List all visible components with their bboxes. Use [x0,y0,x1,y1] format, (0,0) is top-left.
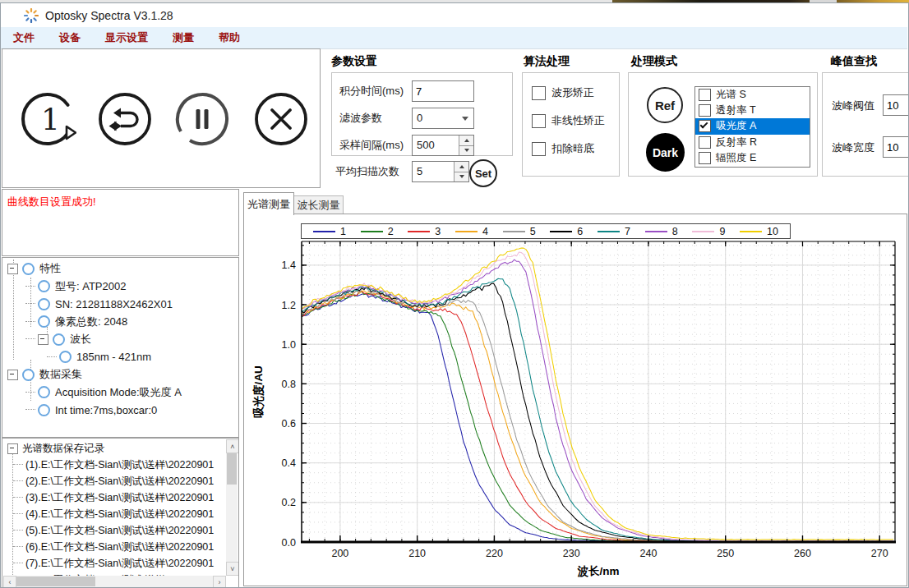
tab-spectrum[interactable]: 光谱测量 [243,192,294,215]
algorithm-option-1[interactable]: 非线性矫正 [532,107,614,135]
menu-item-0[interactable]: 文件 [1,30,47,45]
sample-interval-spinner[interactable]: 500 [412,135,474,156]
checkbox-unchecked[interactable] [532,86,546,100]
svg-text:250: 250 [717,548,734,559]
checkbox-checked[interactable] [699,120,711,132]
sample-interval-value: 500 [417,139,435,151]
spin-down-button[interactable] [454,172,468,182]
spin-up-button[interactable] [454,162,468,172]
checkbox-unchecked[interactable] [699,104,711,117]
filter-param-label: 滤波参数 [339,111,382,126]
algorithm-option-2[interactable]: 扣除暗底 [532,135,614,163]
peak-threshold-input[interactable] [883,94,909,116]
stop-scan-button[interactable] [252,90,310,148]
tree-connector [13,546,23,548]
mode-option-label: 光谱 S [716,88,746,102]
scroll-left-button[interactable]: ‹ [3,576,16,588]
tree-item-2[interactable]: SN: 21281188X2462X01 [7,296,173,311]
record-item-label: (5).E:\工作文档-Sian\测试\送样\20220901 [25,524,214,538]
hscroll-thumb[interactable] [16,577,95,586]
checkbox-unchecked[interactable] [532,142,546,156]
records-root[interactable]: 光谱数据保存记录 [7,441,104,456]
integration-time-input[interactable] [412,80,474,102]
dark-button[interactable]: Dark [646,133,685,172]
continuous-scan-icon [100,94,150,144]
algorithm-option-0[interactable]: 波形矫正 [532,79,614,107]
pause-icon [178,94,227,144]
checkbox-unchecked[interactable] [699,89,711,101]
sample-interval-label: 采样间隔(ms) [339,138,404,153]
tree-expander-icon[interactable] [7,264,18,274]
average-scans-spinner[interactable]: 5 [412,161,469,182]
record-item-1[interactable]: (2).E:\工作文档-Sian\测试\送样\20220901 [13,474,228,489]
record-item-2[interactable]: (3).E:\工作文档-Sian\测试\送样\20220901 [13,490,228,505]
mode-option-2[interactable]: 吸光度 A [695,118,810,134]
records-hscrollbar[interactable]: ‹ › [3,576,226,587]
svg-text:1.4: 1.4 [282,260,296,271]
record-item-4[interactable]: (5).E:\工作文档-Sian\测试\送样\20220901 [13,523,228,538]
records-panel: ˄ ˅ ‹ › 光谱数据保存记录(1).E:\工作文档-Sian\测试\送样\2… [2,438,239,588]
tree-item-label: 型号: ATP2002 [55,279,126,294]
scroll-right-button[interactable]: › [213,576,226,588]
record-item-0[interactable]: (1).E:\工作文档-Sian\测试\送样\20220901 [13,457,228,472]
tree-node-icon [22,369,35,381]
tree-item-4[interactable]: 波长 [7,332,91,347]
record-item-label: (2).E:\工作文档-Sian\测试\送样\20220901 [25,475,214,489]
tree-expander-icon[interactable] [7,370,18,380]
tree-item-label: SN: 21281188X2462X01 [55,298,173,310]
tree-item-8[interactable]: Int time:7ms,boxcar:0 [7,402,157,417]
ref-button[interactable]: Ref [647,87,683,123]
checkbox-unchecked[interactable] [699,136,711,149]
chevron-down-icon[interactable] [462,117,468,121]
tree-connector [25,321,35,323]
filter-param-select[interactable]: 0 [412,108,474,129]
checkbox-unchecked[interactable] [532,114,546,128]
single-scan-button[interactable]: 1 [19,90,76,148]
tree-item-7[interactable]: Acquisition Mode:吸光度 A [7,385,182,400]
peak-width-input[interactable] [883,136,909,158]
tab-wavelength[interactable]: 波长测量 [293,195,344,214]
menu-item-2[interactable]: 显示设置 [93,30,160,45]
mode-option-3[interactable]: 反射率 R [695,135,810,150]
continuous-scan-button[interactable] [96,90,154,148]
peak-threshold-value[interactable] [884,95,909,115]
spin-down-button[interactable] [459,145,473,156]
tree-connector [13,530,23,531]
record-item-6[interactable]: (7).E:\工作文档-Sian\测试\送样\20220901 [13,556,228,571]
tree-item-5[interactable]: 185nm - 421nm [7,350,151,365]
tree-item-3[interactable]: 像素总数: 2048 [7,315,127,329]
mode-option-4[interactable]: 辐照度 E [695,150,810,166]
svg-text:0.2: 0.2 [282,497,296,508]
spin-up-button[interactable] [459,136,473,145]
scroll-down-button[interactable]: ˅ [226,562,239,576]
vscroll-thumb[interactable] [227,453,237,485]
tree-item-6[interactable]: 数据采集 [7,367,82,382]
algorithm-option-label: 波形矫正 [551,85,594,100]
tree-item-1[interactable]: 型号: ATP2002 [7,279,126,294]
record-item-3[interactable]: (4).E:\工作文档-Sian\测试\送样\20220901 [13,507,228,521]
menu-bar: 文件设备显示设置测量帮助 [1,27,907,49]
mode-option-1[interactable]: 透射率 T [695,103,810,118]
tree-node-icon [38,280,50,292]
scroll-up-button[interactable]: ˄ [226,439,239,453]
pause-scan-button[interactable] [173,90,231,148]
peak-width-value[interactable] [884,137,909,157]
svg-text:1.0: 1.0 [282,339,296,351]
tree-connector [25,409,35,411]
menu-item-3[interactable]: 测量 [160,30,206,45]
integration-time-label: 积分时间(ms) [339,84,404,99]
tree-expander-icon[interactable] [7,443,18,454]
records-vscrollbar[interactable]: ˄ ˅ [226,439,238,576]
record-item-5[interactable]: (6).E:\工作文档-Sian\测试\送样\20220901 [13,540,228,554]
checkbox-unchecked[interactable] [699,152,711,164]
menu-item-4[interactable]: 帮助 [206,30,252,45]
mode-option-0[interactable]: 光谱 S [695,87,810,103]
tree-expander-icon[interactable] [38,334,48,345]
tree-item-label: 波长 [70,332,91,347]
filter-param-value: 0 [417,112,422,124]
set-button[interactable]: Set [469,159,497,187]
tree-connector [25,286,35,287]
menu-item-1[interactable]: 设备 [47,30,93,45]
integration-time-value[interactable] [413,81,480,101]
tree-item-0[interactable]: 特性 [7,261,61,276]
